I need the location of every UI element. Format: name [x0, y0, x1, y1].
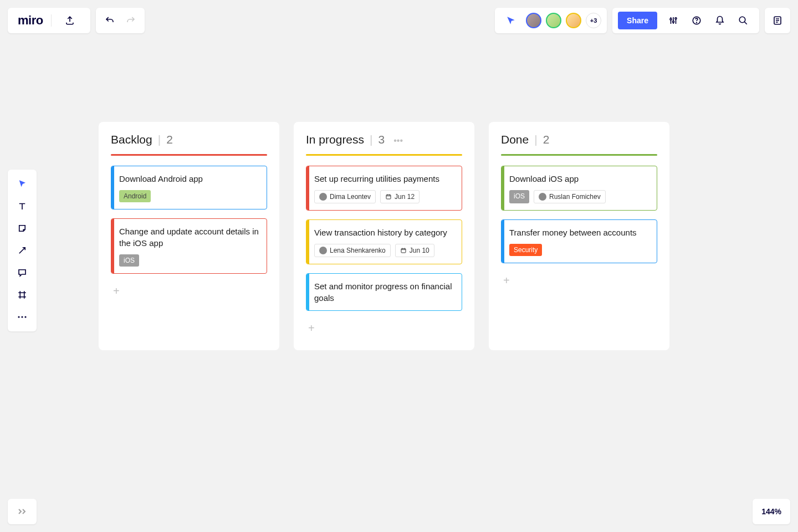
card-assignee: Dima Leontev [314, 190, 376, 203]
redo-icon[interactable] [120, 8, 141, 33]
avatar-icon [319, 193, 327, 201]
column-count: 2 [166, 133, 173, 146]
card-tag: iOS [509, 190, 529, 203]
svg-point-4 [697, 22, 697, 23]
avatar-user-3[interactable] [566, 13, 581, 28]
column-header[interactable]: Backlog|2 [111, 133, 267, 146]
kanban-column: Done|2Download iOS appiOSRuslan Fomichev… [489, 122, 669, 350]
card-title: Download iOS app [509, 173, 649, 185]
share-button[interactable]: Share [618, 12, 657, 29]
calendar-icon [400, 247, 407, 254]
kanban-card[interactable]: Download iOS appiOSRuslan Fomichev [501, 166, 657, 211]
column-title: In progress [306, 133, 364, 146]
app-logo[interactable]: miro [18, 13, 43, 28]
kanban-card[interactable]: View transaction history by categoryLena… [306, 219, 462, 264]
separator [51, 14, 52, 27]
presence-group: +3 [495, 8, 607, 33]
avatar-icon [319, 247, 327, 254]
svg-point-5 [739, 17, 745, 23]
sticky-note-tool[interactable] [8, 217, 37, 239]
card-meta: iOS [119, 254, 259, 267]
card-title: Transfer money between accounts [509, 227, 649, 238]
text-tool[interactable] [8, 195, 37, 217]
card-meta: iOSRuslan Fomichev [509, 190, 649, 203]
column-divider [111, 154, 267, 156]
more-tools-icon[interactable] [8, 306, 37, 328]
card-assignee: Ruslan Fomichev [534, 190, 606, 203]
logo-group: miro [8, 8, 90, 33]
comment-tool[interactable] [8, 262, 37, 284]
undo-redo-group [96, 8, 145, 33]
top-toolbar: miro +3 Share [0, 8, 798, 33]
svg-point-8 [21, 316, 23, 318]
column-menu-icon[interactable]: ••• [393, 136, 403, 146]
notes-panel-button[interactable] [765, 8, 790, 33]
zoom-level[interactable]: 144% [753, 499, 790, 524]
card-date: Jun 10 [395, 244, 434, 257]
card-date: Jun 12 [380, 190, 420, 203]
svg-point-2 [675, 18, 677, 19]
kanban-card[interactable]: Download Android appAndroid [111, 166, 267, 209]
card-title: View transaction history by category [314, 227, 454, 238]
avatar-user-1[interactable] [526, 13, 541, 28]
kanban-card[interactable]: Change and update account details in the… [111, 218, 267, 274]
add-card-button[interactable]: + [111, 283, 267, 300]
select-tool[interactable] [8, 173, 37, 195]
notifications-icon[interactable] [709, 8, 730, 33]
column-count: 3 [378, 133, 385, 146]
column-header[interactable]: Done|2 [501, 133, 657, 146]
avatar-user-2[interactable] [546, 13, 561, 28]
column-count: 2 [543, 133, 550, 146]
settings-icon[interactable] [663, 8, 684, 33]
card-meta: Dima LeontevJun 12 [314, 190, 454, 203]
card-title: Download Android app [119, 173, 259, 185]
svg-point-1 [673, 21, 674, 23]
arrow-tool[interactable] [8, 239, 37, 262]
frame-tool[interactable] [8, 284, 37, 306]
calendar-icon [385, 193, 392, 200]
kanban-card[interactable]: Set up recurring utilities paymentsDima … [306, 166, 462, 211]
card-tag: Android [119, 190, 151, 202]
svg-point-9 [24, 316, 26, 318]
add-card-button[interactable]: + [306, 320, 462, 337]
card-meta: Lena ShenkarenkoJun 10 [314, 244, 454, 257]
card-tag: Security [509, 244, 542, 256]
undo-icon[interactable] [99, 8, 120, 33]
cursor-follow-icon[interactable] [500, 8, 521, 33]
svg-point-7 [18, 316, 19, 318]
controls-group: Share [612, 8, 759, 33]
separator: | [158, 133, 161, 146]
kanban-card[interactable]: Transfer money between accountsSecurity [501, 219, 657, 263]
add-card-button[interactable]: + [501, 272, 657, 289]
separator: | [534, 133, 537, 146]
card-title: Change and update account details in the… [119, 226, 259, 249]
avatar-overflow[interactable]: +3 [586, 13, 601, 28]
column-header[interactable]: In progress|3••• [306, 133, 462, 146]
svg-rect-11 [401, 249, 406, 253]
card-title: Set and monitor progress on financial go… [314, 280, 454, 304]
avatar-icon [539, 193, 546, 201]
svg-point-0 [670, 18, 672, 20]
card-assignee: Lena Shenkarenko [314, 244, 391, 257]
export-icon[interactable] [59, 8, 80, 33]
kanban-column: Backlog|2Download Android appAndroidChan… [99, 122, 279, 350]
help-icon[interactable] [686, 8, 707, 33]
kanban-card[interactable]: Set and monitor progress on financial go… [306, 273, 462, 311]
column-title: Done [501, 133, 529, 146]
separator: | [370, 133, 372, 146]
kanban-column: In progress|3•••Set up recurring utiliti… [294, 122, 474, 350]
card-tag: iOS [119, 254, 139, 267]
kanban-board: Backlog|2Download Android appAndroidChan… [99, 122, 669, 350]
card-title: Set up recurring utilities payments [314, 173, 454, 185]
card-meta: Security [509, 244, 649, 256]
left-toolbar [8, 170, 37, 331]
card-meta: Android [119, 190, 259, 202]
svg-rect-10 [386, 195, 391, 200]
expand-toolbar-button[interactable] [8, 499, 37, 524]
column-title: Backlog [111, 133, 152, 146]
column-divider [306, 154, 462, 156]
column-divider [501, 154, 657, 156]
search-icon[interactable] [733, 8, 754, 33]
